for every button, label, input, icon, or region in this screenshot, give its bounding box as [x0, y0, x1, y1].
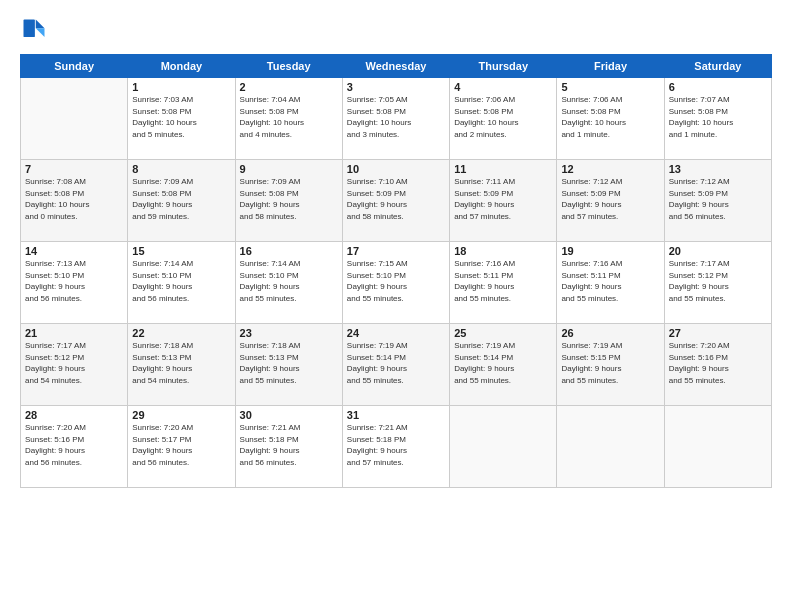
calendar-cell: 12Sunrise: 7:12 AM Sunset: 5:09 PM Dayli… — [557, 160, 664, 242]
calendar-cell: 20Sunrise: 7:17 AM Sunset: 5:12 PM Dayli… — [664, 242, 771, 324]
day-info: Sunrise: 7:13 AM Sunset: 5:10 PM Dayligh… — [25, 258, 123, 304]
day-info: Sunrise: 7:03 AM Sunset: 5:08 PM Dayligh… — [132, 94, 230, 140]
calendar-cell: 17Sunrise: 7:15 AM Sunset: 5:10 PM Dayli… — [342, 242, 449, 324]
calendar-cell: 3Sunrise: 7:05 AM Sunset: 5:08 PM Daylig… — [342, 78, 449, 160]
calendar-cell: 10Sunrise: 7:10 AM Sunset: 5:09 PM Dayli… — [342, 160, 449, 242]
calendar-cell: 25Sunrise: 7:19 AM Sunset: 5:14 PM Dayli… — [450, 324, 557, 406]
day-number: 3 — [347, 81, 445, 93]
day-number: 24 — [347, 327, 445, 339]
calendar-week-row: 7Sunrise: 7:08 AM Sunset: 5:08 PM Daylig… — [21, 160, 772, 242]
svg-marker-1 — [36, 28, 45, 37]
day-info: Sunrise: 7:21 AM Sunset: 5:18 PM Dayligh… — [240, 422, 338, 468]
day-info: Sunrise: 7:20 AM Sunset: 5:16 PM Dayligh… — [25, 422, 123, 468]
day-info: Sunrise: 7:04 AM Sunset: 5:08 PM Dayligh… — [240, 94, 338, 140]
calendar-cell: 24Sunrise: 7:19 AM Sunset: 5:14 PM Dayli… — [342, 324, 449, 406]
calendar-week-row: 28Sunrise: 7:20 AM Sunset: 5:16 PM Dayli… — [21, 406, 772, 488]
day-info: Sunrise: 7:14 AM Sunset: 5:10 PM Dayligh… — [240, 258, 338, 304]
calendar-cell: 15Sunrise: 7:14 AM Sunset: 5:10 PM Dayli… — [128, 242, 235, 324]
logo — [20, 16, 52, 44]
day-info: Sunrise: 7:05 AM Sunset: 5:08 PM Dayligh… — [347, 94, 445, 140]
calendar-cell: 5Sunrise: 7:06 AM Sunset: 5:08 PM Daylig… — [557, 78, 664, 160]
day-number: 4 — [454, 81, 552, 93]
day-header: Tuesday — [235, 55, 342, 78]
day-number: 21 — [25, 327, 123, 339]
calendar-cell: 26Sunrise: 7:19 AM Sunset: 5:15 PM Dayli… — [557, 324, 664, 406]
day-info: Sunrise: 7:07 AM Sunset: 5:08 PM Dayligh… — [669, 94, 767, 140]
calendar-week-row: 1Sunrise: 7:03 AM Sunset: 5:08 PM Daylig… — [21, 78, 772, 160]
calendar-cell — [664, 406, 771, 488]
day-number: 1 — [132, 81, 230, 93]
day-number: 9 — [240, 163, 338, 175]
day-info: Sunrise: 7:19 AM Sunset: 5:14 PM Dayligh… — [454, 340, 552, 386]
day-number: 10 — [347, 163, 445, 175]
day-info: Sunrise: 7:20 AM Sunset: 5:17 PM Dayligh… — [132, 422, 230, 468]
calendar-cell: 19Sunrise: 7:16 AM Sunset: 5:11 PM Dayli… — [557, 242, 664, 324]
day-number: 7 — [25, 163, 123, 175]
svg-marker-0 — [36, 20, 45, 29]
day-header: Saturday — [664, 55, 771, 78]
page: SundayMondayTuesdayWednesdayThursdayFrid… — [0, 0, 792, 612]
day-info: Sunrise: 7:11 AM Sunset: 5:09 PM Dayligh… — [454, 176, 552, 222]
day-number: 18 — [454, 245, 552, 257]
calendar-week-row: 14Sunrise: 7:13 AM Sunset: 5:10 PM Dayli… — [21, 242, 772, 324]
day-info: Sunrise: 7:15 AM Sunset: 5:10 PM Dayligh… — [347, 258, 445, 304]
calendar-cell: 1Sunrise: 7:03 AM Sunset: 5:08 PM Daylig… — [128, 78, 235, 160]
day-header: Sunday — [21, 55, 128, 78]
day-info: Sunrise: 7:14 AM Sunset: 5:10 PM Dayligh… — [132, 258, 230, 304]
calendar-cell: 4Sunrise: 7:06 AM Sunset: 5:08 PM Daylig… — [450, 78, 557, 160]
day-header: Monday — [128, 55, 235, 78]
calendar-cell: 9Sunrise: 7:09 AM Sunset: 5:08 PM Daylig… — [235, 160, 342, 242]
day-info: Sunrise: 7:09 AM Sunset: 5:08 PM Dayligh… — [240, 176, 338, 222]
header — [20, 16, 772, 44]
calendar-cell: 23Sunrise: 7:18 AM Sunset: 5:13 PM Dayli… — [235, 324, 342, 406]
day-info: Sunrise: 7:21 AM Sunset: 5:18 PM Dayligh… — [347, 422, 445, 468]
logo-icon — [20, 16, 48, 44]
day-number: 28 — [25, 409, 123, 421]
day-number: 26 — [561, 327, 659, 339]
day-info: Sunrise: 7:16 AM Sunset: 5:11 PM Dayligh… — [561, 258, 659, 304]
day-number: 15 — [132, 245, 230, 257]
calendar-body: 1Sunrise: 7:03 AM Sunset: 5:08 PM Daylig… — [21, 78, 772, 488]
day-info: Sunrise: 7:20 AM Sunset: 5:16 PM Dayligh… — [669, 340, 767, 386]
day-info: Sunrise: 7:17 AM Sunset: 5:12 PM Dayligh… — [669, 258, 767, 304]
calendar-cell: 8Sunrise: 7:09 AM Sunset: 5:08 PM Daylig… — [128, 160, 235, 242]
day-header: Friday — [557, 55, 664, 78]
calendar-cell: 13Sunrise: 7:12 AM Sunset: 5:09 PM Dayli… — [664, 160, 771, 242]
day-info: Sunrise: 7:12 AM Sunset: 5:09 PM Dayligh… — [669, 176, 767, 222]
day-number: 29 — [132, 409, 230, 421]
calendar-cell — [450, 406, 557, 488]
calendar-cell — [557, 406, 664, 488]
svg-rect-2 — [24, 20, 35, 38]
calendar-cell: 29Sunrise: 7:20 AM Sunset: 5:17 PM Dayli… — [128, 406, 235, 488]
calendar-cell: 16Sunrise: 7:14 AM Sunset: 5:10 PM Dayli… — [235, 242, 342, 324]
day-header: Thursday — [450, 55, 557, 78]
day-number: 19 — [561, 245, 659, 257]
calendar-cell: 28Sunrise: 7:20 AM Sunset: 5:16 PM Dayli… — [21, 406, 128, 488]
calendar-cell — [21, 78, 128, 160]
day-number: 23 — [240, 327, 338, 339]
day-info: Sunrise: 7:12 AM Sunset: 5:09 PM Dayligh… — [561, 176, 659, 222]
day-number: 17 — [347, 245, 445, 257]
calendar-cell: 11Sunrise: 7:11 AM Sunset: 5:09 PM Dayli… — [450, 160, 557, 242]
day-number: 27 — [669, 327, 767, 339]
day-info: Sunrise: 7:16 AM Sunset: 5:11 PM Dayligh… — [454, 258, 552, 304]
calendar-cell: 6Sunrise: 7:07 AM Sunset: 5:08 PM Daylig… — [664, 78, 771, 160]
calendar-cell: 22Sunrise: 7:18 AM Sunset: 5:13 PM Dayli… — [128, 324, 235, 406]
day-number: 30 — [240, 409, 338, 421]
calendar-cell: 14Sunrise: 7:13 AM Sunset: 5:10 PM Dayli… — [21, 242, 128, 324]
day-number: 16 — [240, 245, 338, 257]
day-info: Sunrise: 7:18 AM Sunset: 5:13 PM Dayligh… — [132, 340, 230, 386]
day-info: Sunrise: 7:10 AM Sunset: 5:09 PM Dayligh… — [347, 176, 445, 222]
calendar-cell: 31Sunrise: 7:21 AM Sunset: 5:18 PM Dayli… — [342, 406, 449, 488]
calendar-cell: 30Sunrise: 7:21 AM Sunset: 5:18 PM Dayli… — [235, 406, 342, 488]
calendar-header-row: SundayMondayTuesdayWednesdayThursdayFrid… — [21, 55, 772, 78]
day-number: 20 — [669, 245, 767, 257]
calendar-cell: 21Sunrise: 7:17 AM Sunset: 5:12 PM Dayli… — [21, 324, 128, 406]
calendar-cell: 7Sunrise: 7:08 AM Sunset: 5:08 PM Daylig… — [21, 160, 128, 242]
day-number: 14 — [25, 245, 123, 257]
day-number: 13 — [669, 163, 767, 175]
day-number: 6 — [669, 81, 767, 93]
calendar-table: SundayMondayTuesdayWednesdayThursdayFrid… — [20, 54, 772, 488]
calendar-cell: 18Sunrise: 7:16 AM Sunset: 5:11 PM Dayli… — [450, 242, 557, 324]
day-number: 8 — [132, 163, 230, 175]
